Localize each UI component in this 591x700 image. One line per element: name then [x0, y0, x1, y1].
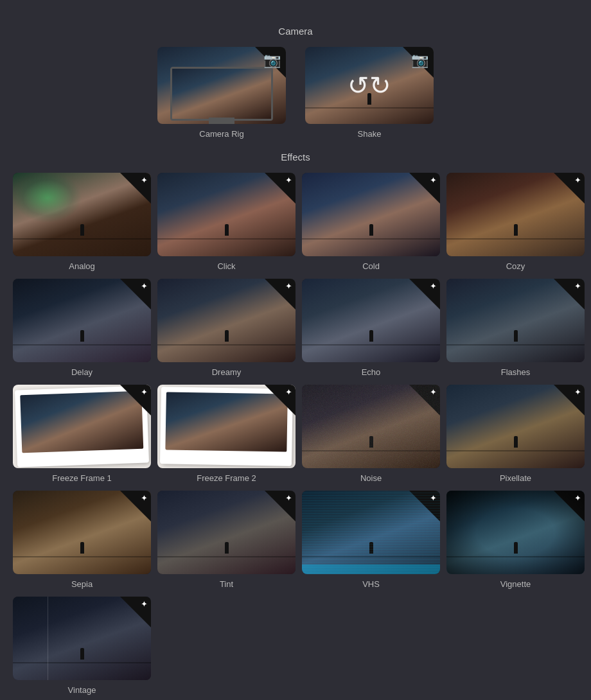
camera-icon: 📷 [263, 52, 281, 69]
polaroid-frame-2 [160, 387, 293, 466]
sepia-thumb: ✦ [13, 491, 151, 574]
click-thumb: ✦ [157, 173, 296, 256]
sparkle-icon: ✦ [430, 282, 437, 290]
flashes-thumb: ✦ [446, 279, 585, 362]
effect-cold[interactable]: ✦ Cold [302, 173, 440, 271]
effect-delay[interactable]: ✦ Delay [13, 279, 151, 377]
sparkle-icon: ✦ [141, 388, 148, 396]
sparkle-icon: ✦ [574, 282, 581, 290]
camera-rig-thumb: 📷 [157, 47, 286, 124]
sepia-label: Sepia [71, 579, 93, 589]
sparkle-icon: ✦ [430, 176, 437, 184]
pixellate-label: Pixellate [500, 473, 531, 483]
shake-thumb: ↺↻ 📷 [305, 47, 434, 124]
analog-label: Analog [69, 261, 94, 271]
cozy-thumb: ✦ [446, 173, 585, 256]
shake-arrows-icon: ↺↻ [348, 71, 391, 100]
effect-flashes[interactable]: ✦ Flashes [446, 279, 585, 377]
sparkle-icon: ✦ [285, 388, 292, 396]
sparkle-icon: ✦ [285, 494, 292, 502]
effect-vintage[interactable]: ✦ Vintage [13, 597, 151, 695]
effect-echo[interactable]: ✦ Echo [302, 279, 440, 377]
sparkle-icon: ✦ [141, 176, 148, 184]
effect-vhs[interactable]: ✦ VHS [302, 491, 440, 589]
shake-label: Shake [358, 129, 382, 139]
effect-camera-rig[interactable]: 📷 Camera Rig [157, 47, 286, 139]
camera-rig-label: Camera Rig [199, 129, 243, 139]
sparkle-icon: ✦ [141, 600, 148, 608]
effect-sepia[interactable]: ✦ Sepia [13, 491, 151, 589]
vintage-label: Vintage [68, 685, 96, 695]
effects-section-title: Effects [6, 152, 585, 162]
effect-tint[interactable]: ✦ Tint [157, 491, 296, 589]
effect-vignette[interactable]: ✦ Vignette [446, 491, 585, 589]
effect-analog[interactable]: ✦ Analog [13, 173, 151, 271]
noise-thumb: ✦ [302, 385, 440, 468]
effect-pixellate[interactable]: ✦ Pixellate [446, 385, 585, 483]
tint-thumb: ✦ [157, 491, 296, 574]
effect-click[interactable]: ✦ Click [157, 173, 296, 271]
effect-noise[interactable]: ✦ Noise [302, 385, 440, 483]
sparkle-icon: ✦ [574, 494, 581, 502]
vhs-label: VHS [362, 579, 380, 589]
echo-label: Echo [362, 367, 381, 377]
pixellate-thumb: ✦ [446, 385, 585, 468]
vhs-thumb: ✦ [302, 491, 440, 574]
freeze1-label: Freeze Frame 1 [52, 473, 111, 483]
effect-dreamy[interactable]: ✦ Dreamy [157, 279, 296, 377]
cold-label: Cold [362, 261, 380, 271]
vignette-thumb: ✦ [446, 491, 585, 574]
sparkle-icon: ✦ [141, 282, 148, 290]
polaroid-frame [15, 385, 149, 467]
effect-freeze-frame-2[interactable]: ✦ Freeze Frame 2 [157, 385, 296, 483]
flashes-label: Flashes [501, 367, 531, 377]
cold-thumb: ✦ [302, 173, 440, 256]
cozy-label: Cozy [506, 261, 525, 271]
effect-shake[interactable]: ↺↻ 📷 Shake [305, 47, 434, 139]
freeze1-thumb: ✦ [13, 385, 151, 468]
vignette-label: Vignette [500, 579, 531, 589]
effect-freeze-frame-1[interactable]: ✦ Freeze Frame 1 [13, 385, 151, 483]
effect-cozy[interactable]: ✦ Cozy [446, 173, 585, 271]
sparkle-icon: ✦ [574, 176, 581, 184]
dreamy-thumb: ✦ [157, 279, 296, 362]
camera-icon: 📷 [411, 52, 428, 69]
sparkle-icon: ✦ [285, 282, 292, 290]
echo-thumb: ✦ [302, 279, 440, 362]
camera-grid: 📷 Camera Rig ↺↻ 📷 Shake [6, 47, 585, 139]
dreamy-label: Dreamy [212, 367, 242, 377]
click-label: Click [217, 261, 235, 271]
delay-label: Delay [71, 367, 93, 377]
analog-thumb: ✦ [13, 173, 151, 256]
vintage-thumb: ✦ [13, 597, 151, 680]
freeze2-thumb: ✦ [157, 385, 296, 468]
effects-grid: ✦ Analog ✦ Click ✦ Cold [6, 173, 585, 695]
sparkle-icon: ✦ [574, 388, 581, 396]
sparkle-icon: ✦ [285, 176, 292, 184]
noise-label: Noise [360, 473, 382, 483]
delay-thumb: ✦ [13, 279, 151, 362]
freeze2-label: Freeze Frame 2 [197, 473, 256, 483]
tint-label: Tint [220, 579, 233, 589]
camera-section-title: Camera [6, 26, 585, 37]
sparkle-icon: ✦ [430, 388, 437, 396]
sparkle-icon: ✦ [141, 494, 148, 502]
sparkle-icon: ✦ [430, 494, 437, 502]
